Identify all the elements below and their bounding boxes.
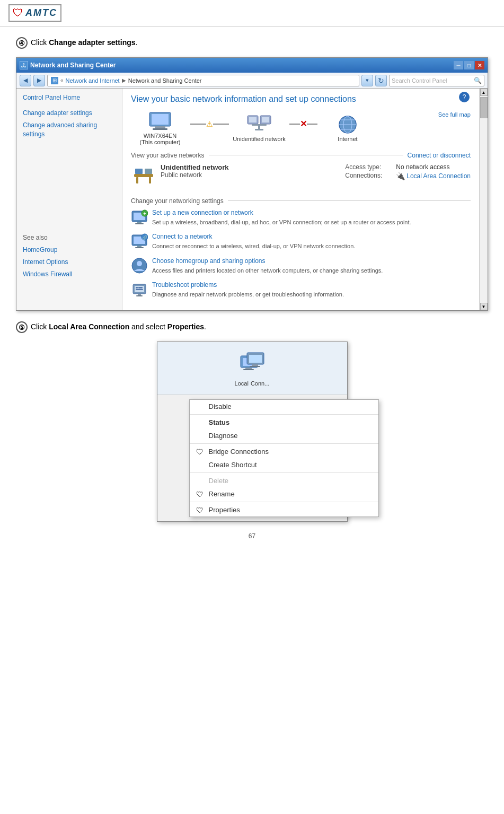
window-controls[interactable]: ─ □ ✕: [454, 61, 484, 69]
ctx-rename[interactable]: 🛡 Rename: [190, 487, 378, 501]
network-info-row: Unidentified network Public network Acce…: [131, 163, 471, 189]
change-networking-label: Change your networking settings: [131, 197, 224, 205]
logo: 🛡 AMTC: [8, 4, 61, 22]
access-type-label: Access type:: [345, 163, 393, 171]
internet-icon: [336, 115, 359, 136]
scrollbar[interactable]: ▲ ▼: [479, 89, 488, 310]
see-full-map-link[interactable]: See full map: [438, 111, 471, 118]
networking-item-1-content: Connect to a network Connect or reconnec…: [152, 233, 471, 250]
ctx-diagnose[interactable]: Diagnose: [190, 429, 378, 442]
svg-rect-23: [137, 222, 142, 223]
ctx-divider-3: [190, 472, 378, 473]
scrollbar-down[interactable]: ▼: [480, 303, 488, 310]
homegroup-sharing-desc: Access files and printers located on oth…: [152, 267, 383, 274]
breadcrumb-bar[interactable]: ⊞ « Network and Internet ▶ Network and S…: [47, 75, 359, 86]
setup-connection-link[interactable]: Set up a new connection or network: [152, 209, 471, 216]
networking-item-2-content: Choose homegroup and sharing options Acc…: [152, 257, 471, 275]
network-map: WIN7X64EN(This computer) ⚠: [131, 111, 471, 145]
step4-text: Click Change adapter settings.: [31, 37, 138, 48]
x-icon: ✕: [300, 119, 307, 129]
step4-number: ④: [16, 37, 28, 49]
step5-text: Click Local Area Connection and select P…: [31, 321, 206, 332]
minimize-button[interactable]: ─: [454, 61, 463, 69]
back-button[interactable]: ◀: [20, 75, 31, 86]
forward-button[interactable]: ▶: [33, 75, 45, 86]
logo-text: AMTC: [25, 7, 57, 19]
arrow-x: ✕: [289, 119, 317, 137]
svg-rect-3: [153, 128, 167, 130]
connect-network-link[interactable]: Connect to a network: [152, 233, 471, 240]
refresh-button[interactable]: ↻: [375, 75, 387, 86]
scrollbar-up[interactable]: ▲: [480, 89, 488, 96]
bridge-shield-icon: 🛡: [196, 448, 204, 456]
connect-network-desc: Connect or reconnect to a wireless, wire…: [152, 243, 355, 249]
logo-shield-icon: 🛡: [13, 7, 23, 19]
step5-instruction: ⑤ Click Local Area Connection and select…: [16, 321, 488, 333]
troubleshoot-link[interactable]: Troubleshoot problems: [152, 281, 471, 288]
context-menu: Disable Status Diagnose 🛡 Bridge Connect…: [189, 399, 379, 517]
close-button[interactable]: ✕: [475, 61, 484, 69]
step4-instruction: ④ Click Change adapter settings.: [16, 37, 488, 49]
ctx-status[interactable]: Status: [190, 416, 378, 429]
connection-icon: 🔌: [396, 172, 405, 180]
divider: [209, 155, 403, 155]
change-advanced-sharing-link[interactable]: Change advanced sharing settings: [23, 121, 116, 139]
address-dropdown[interactable]: ▾: [361, 75, 373, 86]
context-menu-area: Disable Status Diagnose 🛡 Bridge Connect…: [157, 395, 347, 521]
networking-item-0-content: Set up a new connection or network Set u…: [152, 209, 471, 226]
network-map-items: WIN7X64EN(This computer) ⚠: [131, 111, 436, 145]
header: 🛡 AMTC: [0, 0, 504, 27]
properties-shield-icon: 🛡: [196, 506, 204, 514]
maximize-button[interactable]: □: [464, 61, 474, 69]
scrollbar-thumb[interactable]: [480, 97, 488, 118]
homegroup-sharing-link[interactable]: Choose homegroup and sharing options: [152, 257, 471, 265]
svg-rect-7: [262, 117, 269, 122]
right-panel: ? View your basic network information an…: [122, 89, 479, 310]
window-titlebar: 🖧 Network and Sharing Center ─ □ ✕: [16, 58, 488, 73]
network-item-internet: Internet: [319, 115, 377, 142]
svg-rect-49: [250, 366, 260, 367]
search-box[interactable]: Search Control Panel 🔍: [389, 75, 484, 86]
net-access-info: Access type: No network access Connectio…: [345, 163, 471, 180]
ctx-shortcut[interactable]: Create Shortcut: [190, 458, 378, 471]
help-button[interactable]: ?: [459, 92, 470, 102]
step5-number: ⑤: [16, 321, 28, 333]
svg-rect-40: [138, 287, 143, 288]
networking-item-1: 🔗 Connect to a network Connect or reconn…: [131, 233, 471, 250]
networking-items: + Set up a new connection or network Set…: [131, 209, 471, 299]
breadcrumb-network-internet[interactable]: Network and Internet: [66, 77, 120, 84]
access-type-value: No network access: [396, 163, 449, 171]
ctx-delete: Delete: [190, 474, 378, 487]
network-item-unidentified: Unidentified network: [230, 115, 288, 142]
windows-firewall-link[interactable]: Windows Firewall: [23, 270, 116, 279]
warning-icon: ⚠: [206, 120, 213, 128]
networking-item-2: Choose homegroup and sharing options Acc…: [131, 257, 471, 275]
connect-disconnect-link[interactable]: Connect or disconnect: [408, 152, 471, 159]
svg-rect-17: [136, 177, 138, 183]
setup-connection-icon: +: [131, 209, 148, 226]
network-bench-icon: [131, 163, 156, 189]
computer-icon: [147, 111, 173, 133]
search-icon[interactable]: 🔍: [474, 77, 482, 84]
titlebar-icon: 🖧: [20, 61, 28, 69]
computer-label: WIN7X64EN(This computer): [139, 133, 180, 145]
step5-bold2: Properties: [167, 322, 204, 331]
change-adapter-settings-link[interactable]: Change adapter settings: [23, 109, 116, 118]
ctx-disable[interactable]: Disable: [190, 400, 378, 413]
connections-label: Connections:: [345, 172, 393, 180]
control-panel-home-link[interactable]: Control Panel Home: [23, 94, 116, 101]
line1: [190, 124, 206, 125]
internet-options-link[interactable]: Internet Options: [23, 258, 116, 267]
internet-label: Internet: [338, 136, 357, 142]
svg-rect-8: [252, 124, 267, 126]
left-panel: Control Panel Home Change adapter settin…: [16, 89, 122, 310]
homegroup-link[interactable]: HomeGroup: [23, 246, 116, 255]
line2: [213, 124, 229, 125]
ctx-bridge[interactable]: 🛡 Bridge Connections: [190, 445, 378, 458]
lan-icons: [237, 351, 267, 378]
svg-rect-10: [255, 129, 263, 130]
lan-icon-area: Local Conn...: [157, 342, 347, 395]
step5-bold1: Local Area Connection: [49, 322, 129, 331]
ctx-properties[interactable]: 🛡 Properties: [190, 503, 378, 517]
local-area-connection-link[interactable]: 🔌 Local Area Connection: [396, 172, 471, 180]
